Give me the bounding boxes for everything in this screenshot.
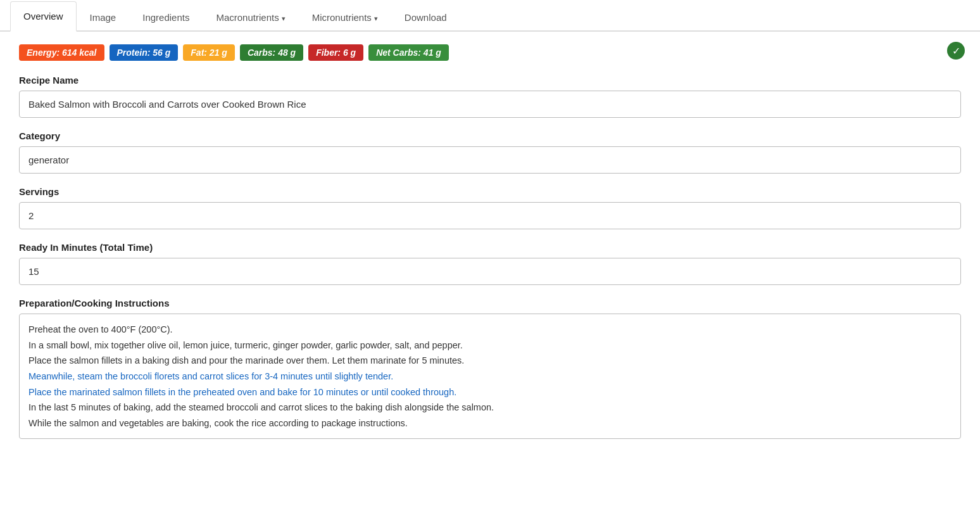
macronutrients-chevron-icon: ▾ xyxy=(282,15,286,22)
ready-in-minutes-label: Ready In Minutes (Total Time) xyxy=(19,242,961,253)
instruction-line-1: In a small bowl, mix together olive oil,… xyxy=(28,338,952,353)
instruction-line-4: Place the marinated salmon fillets in th… xyxy=(28,384,952,400)
tab-micronutrients[interactable]: Micronutrients▾ xyxy=(299,3,391,32)
badge-fat: Fat: 21 g xyxy=(183,44,235,61)
micronutrients-chevron-icon: ▾ xyxy=(374,15,378,22)
badges-row: Energy: 614 kcalProtein: 56 gFat: 21 gCa… xyxy=(19,44,961,61)
instructions-box[interactable]: Preheat the oven to 400°F (200°C).In a s… xyxy=(19,314,961,439)
category-input[interactable] xyxy=(19,146,961,174)
check-icon-container: ✓ xyxy=(947,42,965,60)
instruction-line-5: In the last 5 minutes of baking, add the… xyxy=(28,400,952,416)
servings-group: Servings xyxy=(19,186,961,229)
page-container: OverviewImageIngredientsMacronutrients▾M… xyxy=(0,0,980,508)
badge-energy: Energy: 614 kcal xyxy=(19,44,104,61)
recipe-name-input[interactable] xyxy=(19,91,961,118)
instructions-group: Preparation/Cooking Instructions Preheat… xyxy=(19,298,961,439)
tab-image[interactable]: Image xyxy=(77,3,130,32)
recipe-name-label: Recipe Name xyxy=(19,75,961,86)
tab-download[interactable]: Download xyxy=(391,3,460,32)
category-label: Category xyxy=(19,130,961,141)
tab-bar: OverviewImageIngredientsMacronutrients▾M… xyxy=(0,0,980,32)
recipe-name-group: Recipe Name xyxy=(19,75,961,118)
main-content: ✓ Energy: 614 kcalProtein: 56 gFat: 21 g… xyxy=(0,32,980,471)
category-group: Category xyxy=(19,130,961,174)
instructions-text: Preheat the oven to 400°F (200°C).In a s… xyxy=(28,322,952,431)
ready-in-minutes-input[interactable] xyxy=(19,258,961,285)
instruction-line-6: While the salmon and vegetables are baki… xyxy=(28,416,952,431)
instructions-label: Preparation/Cooking Instructions xyxy=(19,298,961,308)
tab-macronutrients[interactable]: Macronutrients▾ xyxy=(203,3,298,32)
badge-carbs: Carbs: 48 g xyxy=(240,44,303,61)
badge-protein: Protein: 56 g xyxy=(110,44,179,61)
tab-ingredients[interactable]: Ingredients xyxy=(129,3,203,32)
instruction-line-2: Place the salmon fillets in a baking dis… xyxy=(28,353,952,369)
check-circle-icon: ✓ xyxy=(947,42,965,60)
servings-input[interactable] xyxy=(19,202,961,229)
badge-fiber: Fiber: 6 g xyxy=(308,44,363,61)
ready-in-minutes-group: Ready In Minutes (Total Time) xyxy=(19,242,961,285)
instruction-line-3: Meanwhile, steam the broccoli florets an… xyxy=(28,369,952,384)
badge-netcarbs: Net Carbs: 41 g xyxy=(368,44,449,61)
instruction-line-0: Preheat the oven to 400°F (200°C). xyxy=(28,322,952,338)
servings-label: Servings xyxy=(19,186,961,197)
tab-overview[interactable]: Overview xyxy=(10,1,77,32)
